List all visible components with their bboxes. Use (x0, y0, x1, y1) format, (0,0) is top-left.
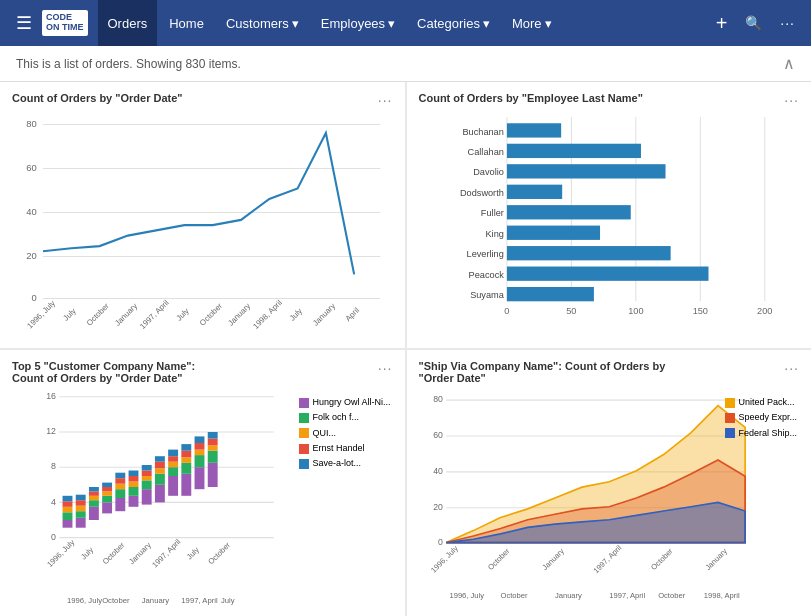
svg-text:Peacock: Peacock (468, 270, 504, 280)
chart-more-button[interactable]: ··· (784, 92, 799, 108)
svg-rect-64 (63, 496, 73, 502)
svg-rect-49 (506, 287, 593, 301)
svg-text:1996, July: 1996, July (45, 538, 76, 569)
svg-rect-96 (155, 474, 165, 485)
svg-rect-115 (208, 463, 218, 487)
chart-header: "Ship Via Company Name": Count of Orders… (419, 360, 800, 384)
svg-rect-89 (129, 471, 139, 477)
svg-rect-105 (181, 474, 191, 496)
svg-text:0: 0 (31, 292, 36, 303)
legend-color (725, 428, 735, 438)
chart-title: Count of Orders by "Employee Last Name" (419, 92, 643, 104)
svg-text:20: 20 (433, 502, 443, 512)
legend-item: United Pack... (725, 395, 797, 410)
svg-rect-93 (142, 471, 152, 477)
chart-legend: United Pack... Speedy Expr... Federal Sh… (725, 395, 797, 441)
svg-rect-98 (155, 462, 165, 469)
svg-rect-109 (181, 444, 191, 451)
svg-rect-73 (89, 491, 99, 495)
nav-more[interactable]: More ▾ (502, 0, 562, 46)
svg-text:50: 50 (566, 306, 576, 316)
header: ☰ CODE ON TIME Orders Home Customers ▾ E… (0, 0, 811, 46)
svg-rect-100 (168, 476, 178, 496)
svg-rect-81 (115, 489, 125, 498)
svg-text:Callahan: Callahan (467, 147, 503, 157)
nav-orders[interactable]: Orders (98, 0, 158, 46)
svg-text:Buchanan: Buchanan (462, 127, 503, 137)
nav-home[interactable]: Home (159, 0, 214, 46)
svg-text:Davolio: Davolio (473, 167, 504, 177)
svg-text:1996, July: 1996, July (67, 596, 102, 605)
chart-more-button[interactable]: ··· (784, 360, 799, 376)
svg-rect-47 (506, 267, 708, 281)
svg-text:Suyama: Suyama (470, 290, 505, 300)
logo: CODE ON TIME (42, 10, 88, 36)
logo-text: CODE ON TIME (42, 10, 88, 36)
svg-rect-111 (195, 455, 205, 467)
svg-rect-114 (195, 436, 205, 443)
chart-header: Count of Orders by "Employee Last Name" … (419, 92, 800, 108)
chart-more-button[interactable]: ··· (378, 92, 393, 108)
svg-text:0: 0 (504, 306, 509, 316)
legend-color (299, 428, 309, 438)
svg-text:Fuller: Fuller (480, 208, 503, 218)
bar-chart-svg: 0 50 100 150 200 Buchanan Callahan Davol… (419, 112, 800, 332)
svg-rect-90 (142, 489, 152, 504)
svg-text:Leverling: Leverling (466, 249, 503, 259)
svg-rect-88 (129, 476, 139, 482)
svg-text:July: July (79, 545, 95, 561)
legend-item: Federal Ship... (725, 426, 797, 441)
svg-rect-71 (89, 500, 99, 507)
legend-item: Hungry Owl All-Ni... (299, 395, 390, 410)
legend-color (299, 413, 309, 423)
svg-text:October: October (500, 591, 527, 600)
bar-chart-area: 0 50 100 150 200 Buchanan Callahan Davol… (419, 112, 800, 332)
chart-more-button[interactable]: ··· (378, 360, 393, 376)
svg-rect-60 (63, 520, 73, 528)
svg-rect-66 (76, 511, 86, 518)
svg-text:16: 16 (46, 391, 56, 401)
nav-employees[interactable]: Employees ▾ (311, 0, 405, 46)
svg-rect-94 (142, 465, 152, 471)
svg-rect-113 (195, 443, 205, 450)
svg-text:12: 12 (46, 426, 56, 436)
svg-rect-35 (506, 144, 640, 158)
chart-title: Count of Orders by "Order Date" (12, 92, 183, 104)
legend-color (725, 398, 735, 408)
collapse-button[interactable]: ∧ (783, 54, 795, 73)
svg-text:0: 0 (438, 537, 443, 547)
chart-header: Top 5 "Customer Company Name": Count of … (12, 360, 393, 384)
add-button[interactable]: + (708, 0, 736, 46)
svg-text:January: January (142, 596, 170, 605)
chart-ship-via: "Ship Via Company Name": Count of Orders… (407, 350, 812, 616)
nav-customers[interactable]: Customers ▾ (216, 0, 309, 46)
svg-rect-63 (63, 501, 73, 507)
nav-categories[interactable]: Categories ▾ (407, 0, 500, 46)
svg-rect-43 (506, 226, 599, 240)
svg-text:1997, April: 1997, April (609, 591, 645, 600)
more-button[interactable]: ··· (772, 0, 803, 46)
svg-rect-106 (181, 463, 191, 474)
svg-rect-82 (115, 484, 125, 490)
search-button[interactable]: 🔍 (737, 0, 770, 46)
svg-text:October: October (658, 591, 685, 600)
svg-text:January: January (113, 301, 139, 327)
chart-top5-customers: Top 5 "Customer Company Name": Count of … (0, 350, 405, 616)
svg-text:8: 8 (51, 461, 56, 471)
svg-rect-84 (115, 473, 125, 479)
svg-rect-61 (63, 512, 73, 520)
svg-rect-33 (506, 123, 560, 137)
svg-rect-76 (102, 496, 112, 503)
svg-text:1998, April: 1998, April (703, 591, 739, 600)
legend-color (299, 459, 309, 469)
chart-header: Count of Orders by "Order Date" ··· (12, 92, 393, 108)
svg-rect-78 (102, 487, 112, 491)
svg-rect-101 (168, 467, 178, 476)
svg-text:January: January (540, 546, 566, 572)
svg-rect-69 (76, 495, 86, 501)
menu-button[interactable]: ☰ (8, 8, 40, 38)
svg-rect-117 (208, 445, 218, 451)
svg-text:January: January (554, 591, 581, 600)
legend-color (299, 444, 309, 454)
svg-text:1996, July: 1996, July (449, 591, 484, 600)
